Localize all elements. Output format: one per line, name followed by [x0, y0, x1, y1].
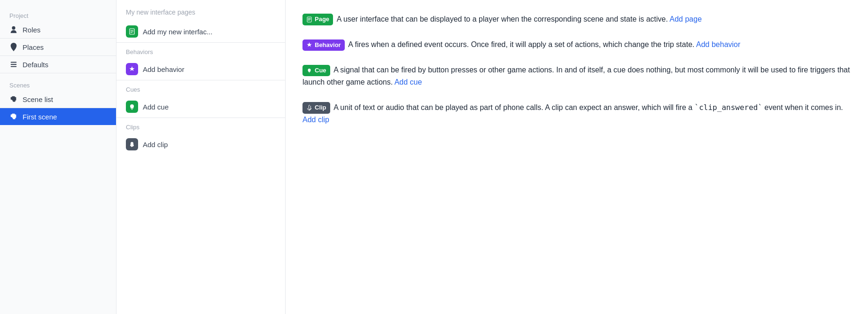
cue-badge-label: Cue: [315, 66, 326, 76]
cue-inline-badge: Cue: [302, 65, 330, 77]
svg-rect-5: [131, 30, 133, 31]
clip-description-post: event when it comes in.: [762, 103, 843, 111]
sidebar-item-scene-list-label: Scene list: [23, 95, 53, 103]
sidebar-item-places[interactable]: Places: [0, 39, 116, 56]
behavior-inline-badge: Behavior: [302, 39, 345, 51]
svg-rect-3: [11, 66, 17, 67]
add-clip-link[interactable]: Add clip: [302, 116, 329, 124]
sidebar-item-scene-list[interactable]: Scene list: [0, 91, 116, 108]
page-description: A user interface that can be displayed t…: [337, 15, 670, 23]
scenes-section-label: Scenes: [0, 77, 116, 91]
clip-description-code: `clip_answered`: [695, 103, 763, 112]
behavior-badge-small-icon: [306, 42, 312, 48]
clip-badge-label: Clip: [315, 103, 326, 113]
sidebar-item-first-scene[interactable]: First scene: [0, 108, 116, 125]
page-inline-badge: Page: [302, 14, 333, 25]
svg-rect-11: [308, 20, 310, 21]
clip-inline-badge: Clip: [302, 102, 330, 114]
page-badge-small-icon: [306, 16, 312, 23]
middle-column: My new interface pages Add my new interf…: [116, 0, 286, 314]
page-badge-label: Page: [315, 15, 329, 24]
svg-rect-9: [308, 18, 311, 19]
sidebar-item-roles-label: Roles: [23, 26, 40, 34]
sidebar: Project Roles Places Defaults Scenes Sce…: [0, 0, 116, 314]
page-info-block: Page A user interface that can be displa…: [302, 13, 851, 25]
middle-item-add-page[interactable]: Add my new interfac...: [116, 21, 285, 43]
middle-item-add-cue-label: Add cue: [143, 103, 169, 111]
middle-item-add-behavior-label: Add behavior: [143, 65, 184, 73]
middle-item-add-clip[interactable]: Add clip: [116, 133, 285, 155]
clips-section-label: Clips: [116, 118, 285, 133]
content-area: Page A user interface that can be displa…: [286, 0, 868, 314]
behavior-description: A fires when a defined event occurs. Onc…: [348, 40, 696, 48]
pin-icon: [9, 43, 18, 51]
person-icon: [9, 25, 18, 34]
cue-description: A signal that can be fired by button pre…: [302, 66, 850, 86]
middle-item-add-clip-label: Add clip: [143, 141, 168, 149]
add-behavior-link[interactable]: Add behavior: [696, 40, 740, 48]
clip-badge-small-icon: [306, 105, 312, 111]
behaviors-section-label: Behaviors: [116, 43, 285, 58]
svg-rect-2: [11, 64, 17, 65]
behavior-badge-icon: [126, 63, 138, 75]
middle-column-title: My new interface pages: [116, 7, 285, 21]
svg-rect-6: [131, 31, 133, 32]
sidebar-item-first-scene-label: First scene: [23, 113, 57, 121]
cue-info-block: Cue A signal that can be fired by button…: [302, 64, 851, 88]
puzzle-icon-scene-list: [9, 95, 18, 103]
sidebar-item-defaults[interactable]: Defaults: [0, 56, 116, 73]
puzzle-icon-first-scene: [9, 112, 18, 121]
clip-description-pre: A unit of text or audio that can be play…: [333, 103, 694, 111]
cues-section-label: Cues: [116, 80, 285, 96]
page-badge-icon: [126, 25, 138, 38]
cue-badge-small-icon: [306, 68, 312, 74]
middle-item-add-behavior[interactable]: Add behavior: [116, 58, 285, 80]
add-cue-link[interactable]: Add cue: [395, 78, 422, 86]
sidebar-item-defaults-label: Defaults: [23, 61, 48, 69]
project-section-label: Project: [0, 8, 116, 21]
sidebar-item-roles[interactable]: Roles: [0, 21, 116, 39]
middle-item-add-cue[interactable]: Add cue: [116, 96, 285, 118]
clip-badge-icon: [126, 138, 138, 150]
add-page-link[interactable]: Add page: [670, 15, 702, 23]
middle-item-add-page-label: Add my new interfac...: [143, 28, 212, 36]
clip-info-block: Clip A unit of text or audio that can be…: [302, 102, 851, 126]
svg-rect-10: [308, 19, 311, 20]
behavior-badge-label: Behavior: [315, 40, 341, 50]
cue-badge-icon: [126, 101, 138, 113]
list-icon: [9, 60, 18, 69]
svg-rect-1: [11, 62, 17, 63]
behavior-info-block: Behavior A fires when a defined event oc…: [302, 39, 851, 51]
svg-rect-7: [131, 32, 132, 33]
sidebar-item-places-label: Places: [23, 43, 44, 51]
